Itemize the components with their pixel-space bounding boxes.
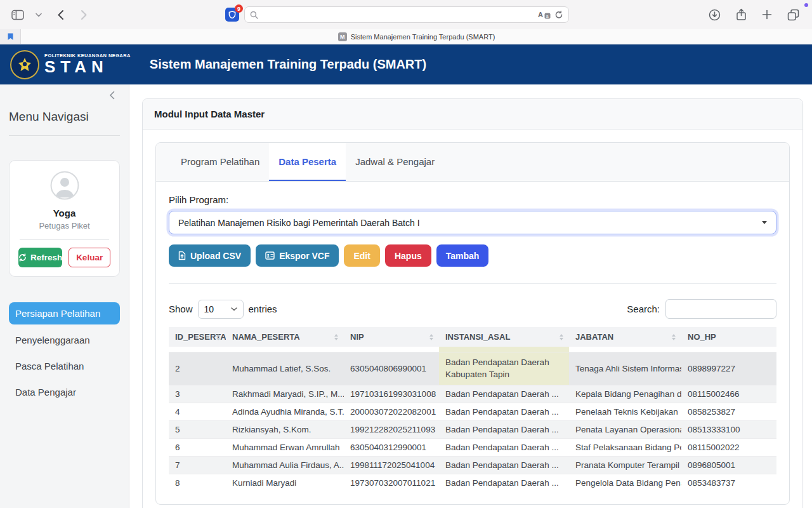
edit-button[interactable]: Edit bbox=[344, 244, 379, 267]
refresh-button[interactable]: Refresh bbox=[18, 248, 62, 267]
cell-nama_peserta[interactable]: Muhammad Erwan Amrullah bbox=[226, 438, 344, 456]
sort-icon[interactable] bbox=[560, 334, 563, 340]
program-select[interactable]: Pelatihan Manajemen Risiko bagi Pemerint… bbox=[169, 211, 776, 234]
cell-id_peserta[interactable]: 7 bbox=[169, 456, 226, 474]
cell-jabatan[interactable]: Pengelola Data Bidang Pena... bbox=[569, 474, 681, 491]
share-icon[interactable] bbox=[733, 6, 749, 23]
cell-no_hp[interactable]: 0853483737 bbox=[681, 474, 776, 491]
cell-nip[interactable]: 197307032007011021 bbox=[344, 474, 439, 491]
forward-icon[interactable] bbox=[78, 7, 90, 23]
upload-csv-button[interactable]: Upload CSV bbox=[169, 244, 251, 267]
back-icon[interactable] bbox=[55, 7, 67, 23]
tab-overview-icon[interactable] bbox=[785, 6, 802, 23]
sort-icon[interactable] bbox=[334, 334, 338, 340]
cell-nip[interactable]: 200003072022082001 bbox=[344, 403, 439, 420]
browser-tab[interactable]: M Sistem Manajemen Training Terpadu (SMA… bbox=[21, 29, 812, 44]
cell-no_hp[interactable]: 08115002022 bbox=[681, 438, 776, 456]
cell-id_peserta[interactable]: 3 bbox=[169, 385, 226, 403]
column-header-instansi_asal[interactable]: INSTANSI_ASAL bbox=[439, 327, 569, 347]
cell-nip[interactable]: 199212282025211093 bbox=[344, 420, 439, 438]
cell-id_peserta[interactable]: 5 bbox=[169, 420, 226, 438]
downloads-icon[interactable] bbox=[706, 6, 723, 23]
cell-nama_peserta[interactable]: Muhammad Aulia Firdaus, A.... bbox=[226, 456, 344, 474]
cell-jabatan[interactable]: Staf Pelaksanaan Bidang Pe... bbox=[569, 438, 681, 456]
cell-no_hp[interactable]: 08513333100 bbox=[681, 420, 776, 438]
table-row-partial[interactable] bbox=[169, 347, 776, 352]
export-vcf-button[interactable]: Ekspor VCF bbox=[256, 244, 339, 267]
cell-id_peserta[interactable]: 2 bbox=[169, 352, 226, 385]
cell-nama_peserta[interactable]: Muhammad Latief, S.Sos. bbox=[226, 352, 344, 385]
cell-jabatan[interactable]: Tenaga Ahli Sistem Informasi bbox=[569, 352, 681, 385]
cell-id_peserta[interactable]: 4 bbox=[169, 403, 226, 420]
cell-nama_peserta[interactable]: Adinda Ayudhia Miranda, S.T... bbox=[226, 403, 344, 420]
table-row[interactable]: 2Muhammad Latief, S.Sos.6305040806990001… bbox=[169, 352, 776, 385]
table-row[interactable]: 6Muhammad Erwan Amrullah6305040312990001… bbox=[169, 438, 776, 456]
cell-instansi_asal[interactable]: Badan Pendapatan Daerah ... bbox=[439, 456, 569, 474]
sort-icon[interactable] bbox=[429, 334, 433, 340]
cell-jabatan[interactable]: Kepala Bidang Penagihan da... bbox=[569, 385, 681, 403]
cell-no_hp[interactable]: 0896805001 bbox=[681, 456, 776, 474]
cell-nama_peserta[interactable]: Rizkiansyah, S.Kom. bbox=[226, 420, 344, 438]
cell-id_peserta[interactable] bbox=[169, 347, 226, 352]
table-row[interactable]: 7Muhammad Aulia Firdaus, A....1998111720… bbox=[169, 456, 776, 474]
column-header-no_hp[interactable]: NO_HP bbox=[681, 327, 776, 347]
page-size-select[interactable]: 10 bbox=[198, 300, 244, 319]
tab-data-peserta[interactable]: Data Peserta bbox=[269, 143, 346, 181]
sort-icon[interactable] bbox=[672, 334, 676, 340]
cell-jabatan[interactable] bbox=[569, 347, 681, 352]
cell-no_hp[interactable] bbox=[681, 347, 776, 352]
cell-instansi_asal[interactable] bbox=[439, 347, 569, 352]
cell-jabatan[interactable]: Penata Layanan Operasional bbox=[569, 420, 681, 438]
table-row[interactable]: 4Adinda Ayudhia Miranda, S.T...200003072… bbox=[169, 403, 776, 420]
cell-jabatan[interactable]: Pranata Komputer Terampil bbox=[569, 456, 681, 474]
cell-instansi_asal[interactable]: Badan Pendapatan Daerah ... bbox=[439, 420, 569, 438]
bitwarden-extension-icon[interactable]: 9 bbox=[225, 8, 239, 22]
cell-jabatan[interactable]: Penelaah Teknis Kebijakan bbox=[569, 403, 681, 420]
cell-no_hp[interactable]: 08115002466 bbox=[681, 385, 776, 403]
logout-button[interactable]: Keluar bbox=[69, 248, 110, 267]
cell-nama_peserta[interactable]: Rakhmadi Maryadi, S.IP., M.... bbox=[226, 385, 344, 403]
translate-icon[interactable]: Aa bbox=[538, 10, 551, 19]
cell-nama_peserta[interactable] bbox=[226, 347, 344, 352]
cell-no_hp[interactable]: 0858253827 bbox=[681, 403, 776, 420]
sidebar-item-pasca-pelatihan[interactable]: Pasca Pelatihan bbox=[9, 356, 120, 377]
column-header-id_peserta[interactable]: ID_PESERTA bbox=[169, 327, 226, 347]
column-header-nama_peserta[interactable]: NAMA_PESERTA bbox=[226, 327, 344, 347]
sidebar-item-data-pengajar[interactable]: Data Pengajar bbox=[9, 382, 120, 403]
tab-program-pelatihan[interactable]: Program Pelatihan bbox=[171, 143, 269, 181]
cell-no_hp[interactable]: 0898997227 bbox=[681, 352, 776, 385]
cell-id_peserta[interactable]: 6 bbox=[169, 438, 226, 456]
cell-id_peserta[interactable]: 8 bbox=[169, 474, 226, 491]
new-tab-icon[interactable] bbox=[759, 7, 775, 22]
cell-nip[interactable]: 6305040312990001 bbox=[344, 438, 439, 456]
cell-nama_peserta[interactable]: Kurniadi Maryadi bbox=[226, 474, 344, 491]
table-row[interactable]: 8Kurniadi Maryadi197307032007011021Badan… bbox=[169, 474, 776, 491]
cell-instansi_asal[interactable]: Badan Pendapatan Daerah Kabupaten Tapin bbox=[439, 352, 569, 385]
sidebar-item-persiapan-pelatihan[interactable]: Persiapan Pelatihan bbox=[9, 302, 120, 324]
cell-nip[interactable]: 199811172025041004 bbox=[344, 456, 439, 474]
caret-down-icon bbox=[762, 221, 767, 224]
chevron-down-icon[interactable] bbox=[33, 10, 44, 20]
sidebar-item-penyelenggaraan[interactable]: Penyelenggaraan bbox=[9, 330, 120, 351]
cell-instansi_asal[interactable]: Badan Pendapatan Daerah ... bbox=[439, 385, 569, 403]
pinned-tab[interactable] bbox=[0, 29, 21, 44]
cell-nip[interactable] bbox=[344, 347, 439, 352]
address-bar[interactable]: Aa bbox=[244, 6, 569, 23]
cell-instansi_asal[interactable]: Badan Pendapatan Daerah ... bbox=[439, 403, 569, 420]
column-header-nip[interactable]: NIP bbox=[344, 327, 439, 347]
add-button[interactable]: Tambah bbox=[436, 244, 489, 267]
column-header-jabatan[interactable]: JABATAN bbox=[569, 327, 681, 347]
reload-icon[interactable] bbox=[554, 10, 563, 19]
cell-instansi_asal[interactable]: Badan Pendapatan Daerah ... bbox=[439, 474, 569, 491]
sort-icon[interactable] bbox=[216, 334, 220, 340]
table-row[interactable]: 3Rakhmadi Maryadi, S.IP., M....197103161… bbox=[169, 385, 776, 403]
delete-button[interactable]: Hapus bbox=[385, 244, 431, 267]
sidebar-collapse-icon[interactable] bbox=[109, 91, 115, 100]
tab-jadwal-pengajar[interactable]: Jadwal & Pengajar bbox=[346, 143, 444, 181]
table-search-input[interactable] bbox=[665, 299, 776, 319]
cell-instansi_asal[interactable]: Badan Pendapatan Daerah ... bbox=[439, 438, 569, 456]
cell-nip[interactable]: 6305040806990001 bbox=[344, 352, 439, 385]
sidebar-toggle-icon[interactable] bbox=[9, 7, 27, 23]
cell-nip[interactable]: 197103161993031008 bbox=[344, 385, 439, 403]
table-row[interactable]: 5Rizkiansyah, S.Kom.199212282025211093Ba… bbox=[169, 420, 776, 438]
